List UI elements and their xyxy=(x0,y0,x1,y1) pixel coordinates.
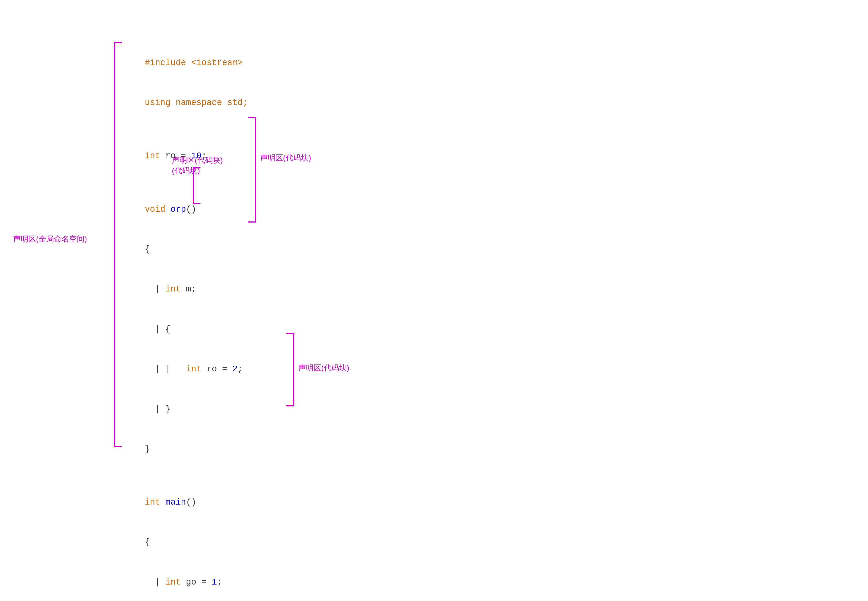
code-line-14: int main() xyxy=(124,482,305,522)
token: | | xyxy=(145,364,186,374)
code-line-4: int ro = 10; xyxy=(124,136,305,176)
token: using namespace std; xyxy=(145,98,248,108)
token: 1 xyxy=(212,577,217,587)
token: int xyxy=(186,364,201,374)
code-block: #include <iostream> using namespace std;… xyxy=(124,43,305,601)
token: go = xyxy=(181,577,212,587)
code-line-16: | int go = 1; xyxy=(124,562,305,601)
token: ro = xyxy=(160,151,191,161)
token: { xyxy=(145,244,150,254)
token: | } xyxy=(145,404,171,414)
token: | { xyxy=(145,324,171,334)
token: int xyxy=(165,284,181,294)
code-line-13 xyxy=(124,469,305,483)
token: ; xyxy=(217,577,222,587)
token: | xyxy=(145,577,165,587)
token xyxy=(160,497,165,507)
token: m; xyxy=(181,284,197,294)
code-line-7: { xyxy=(124,229,305,269)
token: ; xyxy=(238,364,243,374)
code-line-12: } xyxy=(124,429,305,469)
scope-block2-label: 声明区(代码块) xyxy=(298,363,349,373)
code-line-10: | | int ro = 2; xyxy=(124,349,305,389)
token: () xyxy=(186,497,196,507)
token xyxy=(165,204,171,214)
code-line-1: #include <iostream> xyxy=(124,43,305,83)
token: int xyxy=(145,497,160,507)
token: orp xyxy=(171,204,186,214)
token: 2 xyxy=(232,364,238,374)
token: { xyxy=(145,537,150,547)
token: int xyxy=(145,151,160,161)
token: () xyxy=(186,204,196,214)
token: main xyxy=(165,497,186,507)
code-line-6: void orp() xyxy=(124,189,305,229)
token: } xyxy=(145,444,150,454)
token: int xyxy=(165,577,181,587)
token: 10 xyxy=(191,151,201,161)
code-line-9: | { xyxy=(124,309,305,349)
code-line-5 xyxy=(124,176,305,189)
token: void xyxy=(145,204,165,214)
code-line-8: | int m; xyxy=(124,270,305,309)
global-scope-label: 声明区(全局命名空间) xyxy=(13,234,87,244)
token: #include <iostream> xyxy=(145,58,243,68)
code-line-11: | } xyxy=(124,389,305,429)
code-line-2: using namespace std; xyxy=(124,83,305,123)
code-line-3 xyxy=(124,123,305,136)
token: ; xyxy=(201,151,207,161)
token: ro = xyxy=(201,364,232,374)
code-line-15: { xyxy=(124,522,305,562)
token: | xyxy=(145,284,165,294)
